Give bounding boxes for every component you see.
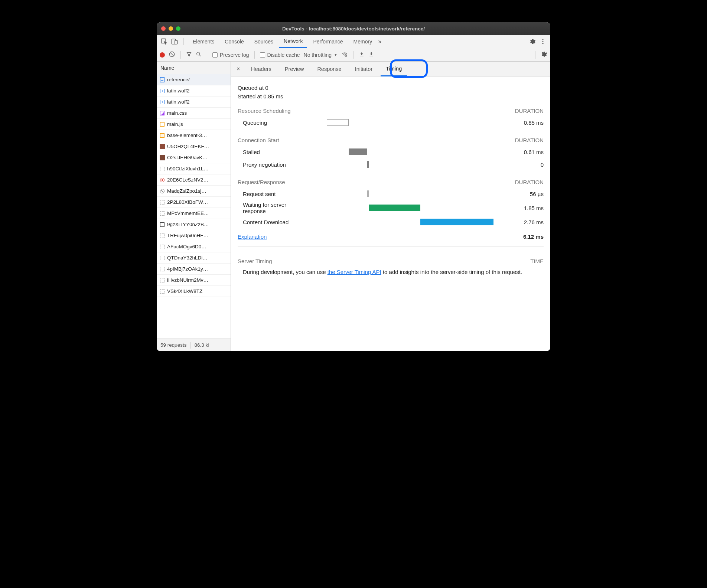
request-name: 4pIMBj7zOAk1y… [167, 266, 208, 272]
sent-label: Request sent [238, 191, 316, 197]
upload-har-icon[interactable] [359, 51, 365, 58]
request-name: AFacMOgv6D0… [167, 244, 206, 249]
sent-bar [367, 190, 369, 197]
queueing-bar [327, 119, 349, 126]
settings-gear-icon[interactable] [528, 37, 537, 46]
request-row[interactable]: 2P2L80XfBoFW… [157, 197, 231, 208]
row-waiting: Waiting for server response 1.85 ms [238, 200, 544, 216]
request-row[interactable]: base-element-3… [157, 130, 231, 141]
request-row[interactable]: O2sIJEHG9avK… [157, 152, 231, 163]
checkbox-icon [212, 52, 218, 58]
kebab-menu-icon[interactable] [538, 37, 547, 46]
request-row[interactable]: VSk4XiLkW8TZ [157, 286, 231, 297]
server-timing-api-link[interactable]: the Server Timing API [328, 269, 381, 275]
file-type-icon [160, 133, 165, 138]
file-type-icon [160, 211, 165, 216]
request-row[interactable]: U5OHzQL4tEKF… [157, 141, 231, 152]
section-request-response: Request/Response [238, 179, 285, 185]
total-time: 6.12 ms [523, 233, 544, 240]
detail-tab-strip: × Headers Preview Response Initiator Tim… [231, 62, 550, 76]
file-type-icon [160, 222, 165, 227]
request-row[interactable]: QTDnaY32hLDi… [157, 252, 231, 264]
main-split: Name reference/Tlatin.woff2Tlatin.woff2m… [157, 62, 550, 351]
file-type-icon [160, 255, 165, 261]
search-icon[interactable] [196, 51, 202, 58]
title-bar: DevTools - localhost:8080/docs/devtools/… [157, 22, 550, 35]
queueing-value: 0.85 ms [499, 120, 544, 126]
download-har-icon[interactable] [368, 51, 374, 58]
request-row[interactable]: 9gzXiTYY0nZzB… [157, 219, 231, 230]
explanation-link[interactable]: Explanation [238, 233, 267, 240]
request-row[interactable]: main.js [157, 119, 231, 130]
request-row[interactable]: MPcVmmemtEE… [157, 208, 231, 219]
tab-network[interactable]: Network [279, 35, 307, 48]
tab-preview[interactable]: Preview [280, 62, 309, 76]
request-row[interactable]: Tlatin.woff2 [157, 85, 231, 97]
request-name: 20E6CLcSzNV2… [167, 177, 208, 183]
row-proxy: Proxy negotiation 0 [238, 158, 544, 171]
close-detail-icon[interactable]: × [234, 66, 243, 72]
request-row[interactable]: Tlatin.woff2 [157, 97, 231, 108]
timing-body: Queued at 0 Started at 0.85 ms Resource … [231, 76, 550, 351]
request-name: main.css [167, 110, 187, 116]
file-type-icon [160, 267, 165, 272]
checkbox-icon [260, 52, 265, 58]
request-row[interactable]: TRFujw0pi0nHF… [157, 230, 231, 241]
row-queueing: Queueing 0.85 ms [238, 116, 544, 129]
file-type-icon [160, 144, 165, 149]
waiting-bar [369, 205, 420, 211]
transfer-size: 86.3 kI [195, 342, 210, 348]
proxy-value: 0 [499, 161, 544, 168]
request-row[interactable]: AFacMOgv6D0… [157, 241, 231, 252]
request-row[interactable]: 20E6CLcSzNV2… [157, 174, 231, 186]
chevron-down-icon: ▼ [334, 53, 338, 57]
device-toggle-icon[interactable] [170, 37, 179, 46]
filter-icon[interactable] [186, 51, 192, 58]
queued-at: Queued at 0 [238, 85, 544, 91]
request-row[interactable]: h90CtfziXluvh1L… [157, 163, 231, 174]
waiting-label: Waiting for server response [238, 202, 316, 215]
tab-response[interactable]: Response [312, 62, 346, 76]
network-conditions-icon[interactable] [341, 51, 348, 59]
svg-point-4 [543, 41, 544, 42]
file-type-icon: T [160, 99, 165, 105]
request-name: MadqZslZpo1sj… [167, 188, 206, 194]
request-row[interactable]: 4pIMBj7zOAk1y… [157, 264, 231, 275]
file-type-icon [160, 244, 165, 249]
request-name: TRFujw0pi0nHF… [167, 233, 208, 238]
tab-headers[interactable]: Headers [246, 62, 277, 76]
tab-elements[interactable]: Elements [188, 35, 219, 48]
tab-memory[interactable]: Memory [349, 35, 377, 48]
file-type-icon [160, 289, 165, 294]
request-row[interactable]: reference/ [157, 74, 231, 85]
disable-cache-checkbox[interactable]: Disable cache [260, 52, 300, 58]
file-type-icon [160, 166, 165, 172]
download-bar [420, 219, 494, 225]
sidebar-header[interactable]: Name [157, 62, 231, 74]
throttling-select[interactable]: No throttling ▼ [304, 52, 338, 58]
svg-point-5 [543, 43, 544, 44]
more-tabs-icon[interactable]: » [378, 38, 381, 45]
stalled-bar [349, 148, 367, 155]
inspect-icon[interactable] [160, 37, 169, 46]
record-icon[interactable] [160, 52, 165, 58]
preserve-log-checkbox[interactable]: Preserve log [212, 52, 249, 58]
request-row[interactable]: main.css [157, 108, 231, 119]
download-label: Content Download [238, 219, 316, 225]
started-at: Started at 0.85 ms [238, 93, 544, 99]
request-row[interactable]: lHvzbNUlrm2Mv… [157, 275, 231, 286]
network-settings-gear-icon[interactable] [541, 51, 547, 59]
svg-rect-2 [175, 40, 177, 44]
tab-console[interactable]: Console [220, 35, 248, 48]
tab-initiator[interactable]: Initiator [350, 62, 378, 76]
tab-performance[interactable]: Performance [309, 35, 347, 48]
tab-sources[interactable]: Sources [250, 35, 278, 48]
window-title: DevTools - localhost:8080/docs/devtools/… [157, 26, 550, 32]
server-timing-header: Server Timing [238, 258, 272, 264]
request-list[interactable]: reference/Tlatin.woff2Tlatin.woff2main.c… [157, 74, 231, 339]
clear-icon[interactable] [169, 51, 175, 59]
request-row[interactable]: MadqZslZpo1sj… [157, 186, 231, 197]
tab-timing[interactable]: Timing [381, 62, 407, 76]
file-type-icon [160, 233, 165, 238]
queueing-label: Queueing [238, 120, 316, 126]
